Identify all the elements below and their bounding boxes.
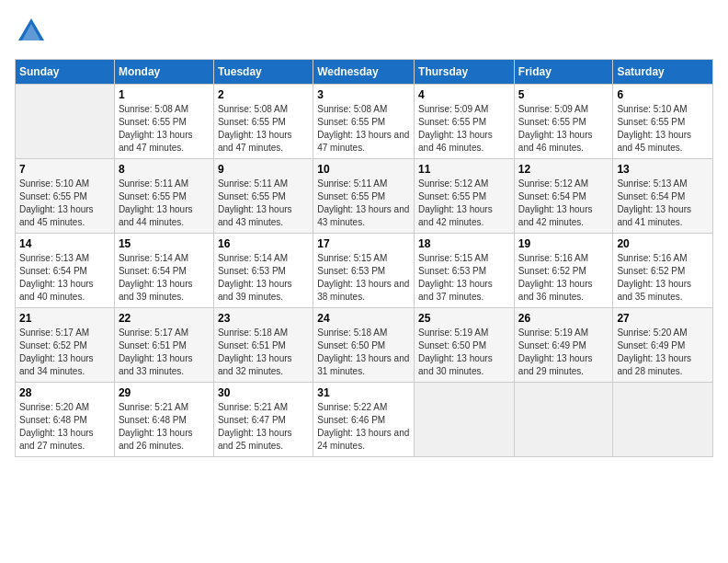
calendar-week-2: 7 Sunrise: 5:10 AMSunset: 6:55 PMDayligh…	[16, 159, 713, 234]
day-info: Sunrise: 5:10 AMSunset: 6:55 PMDaylight:…	[617, 104, 691, 153]
day-info: Sunrise: 5:08 AMSunset: 6:55 PMDaylight:…	[317, 104, 409, 153]
day-info: Sunrise: 5:18 AMSunset: 6:50 PMDaylight:…	[317, 327, 409, 376]
day-number: 25	[418, 312, 510, 325]
day-number: 8	[119, 163, 210, 176]
calendar-cell: 4 Sunrise: 5:09 AMSunset: 6:55 PMDayligh…	[415, 85, 515, 159]
calendar-cell: 19 Sunrise: 5:16 AMSunset: 6:52 PMDaylig…	[514, 234, 613, 308]
weekday-header-tuesday: Tuesday	[213, 60, 313, 85]
calendar-table: SundayMondayTuesdayWednesdayThursdayFrid…	[15, 59, 713, 457]
day-number: 26	[518, 312, 609, 325]
day-info: Sunrise: 5:17 AMSunset: 6:51 PMDaylight:…	[119, 327, 193, 376]
calendar-cell: 13 Sunrise: 5:13 AMSunset: 6:54 PMDaylig…	[613, 159, 713, 234]
page-header	[15, 15, 713, 52]
day-info: Sunrise: 5:12 AMSunset: 6:54 PMDaylight:…	[518, 178, 593, 227]
calendar-cell: 26 Sunrise: 5:19 AMSunset: 6:49 PMDaylig…	[514, 308, 613, 383]
calendar-cell	[415, 383, 515, 457]
calendar-cell: 1 Sunrise: 5:08 AMSunset: 6:55 PMDayligh…	[114, 85, 213, 159]
weekday-header-thursday: Thursday	[415, 60, 515, 85]
logo-icon	[15, 15, 48, 52]
day-number: 16	[218, 237, 309, 250]
calendar-cell: 9 Sunrise: 5:11 AMSunset: 6:55 PMDayligh…	[213, 159, 313, 234]
calendar-cell: 22 Sunrise: 5:17 AMSunset: 6:51 PMDaylig…	[114, 308, 213, 383]
day-number: 7	[19, 163, 110, 176]
day-info: Sunrise: 5:15 AMSunset: 6:53 PMDaylight:…	[317, 253, 409, 302]
calendar-cell: 17 Sunrise: 5:15 AMSunset: 6:53 PMDaylig…	[313, 234, 415, 308]
calendar-cell: 7 Sunrise: 5:10 AMSunset: 6:55 PMDayligh…	[16, 159, 115, 234]
weekday-header-saturday: Saturday	[613, 60, 713, 85]
day-number: 19	[518, 237, 609, 250]
day-info: Sunrise: 5:15 AMSunset: 6:53 PMDaylight:…	[418, 253, 493, 302]
day-number: 15	[119, 237, 210, 250]
day-info: Sunrise: 5:08 AMSunset: 6:55 PMDaylight:…	[119, 104, 193, 153]
day-info: Sunrise: 5:11 AMSunset: 6:55 PMDaylight:…	[317, 178, 409, 227]
calendar-week-5: 28 Sunrise: 5:20 AMSunset: 6:48 PMDaylig…	[16, 383, 713, 457]
calendar-cell: 6 Sunrise: 5:10 AMSunset: 6:55 PMDayligh…	[613, 85, 713, 159]
day-number: 27	[617, 312, 709, 325]
day-number: 5	[518, 88, 609, 101]
day-info: Sunrise: 5:08 AMSunset: 6:55 PMDaylight:…	[218, 104, 292, 153]
day-number: 22	[119, 312, 210, 325]
day-info: Sunrise: 5:14 AMSunset: 6:54 PMDaylight:…	[119, 253, 193, 302]
day-number: 17	[317, 237, 410, 250]
day-number: 31	[317, 386, 410, 399]
day-number: 3	[317, 88, 410, 101]
calendar-cell: 8 Sunrise: 5:11 AMSunset: 6:55 PMDayligh…	[114, 159, 213, 234]
day-info: Sunrise: 5:20 AMSunset: 6:49 PMDaylight:…	[617, 327, 691, 376]
day-number: 13	[617, 163, 709, 176]
day-number: 6	[617, 88, 709, 101]
calendar-cell: 20 Sunrise: 5:16 AMSunset: 6:52 PMDaylig…	[613, 234, 713, 308]
day-info: Sunrise: 5:18 AMSunset: 6:51 PMDaylight:…	[218, 327, 292, 376]
calendar-cell: 11 Sunrise: 5:12 AMSunset: 6:55 PMDaylig…	[415, 159, 515, 234]
weekday-header-friday: Friday	[514, 60, 613, 85]
weekday-header-sunday: Sunday	[16, 60, 115, 85]
day-info: Sunrise: 5:17 AMSunset: 6:52 PMDaylight:…	[19, 327, 94, 376]
calendar-cell: 24 Sunrise: 5:18 AMSunset: 6:50 PMDaylig…	[313, 308, 415, 383]
day-info: Sunrise: 5:13 AMSunset: 6:54 PMDaylight:…	[617, 178, 691, 227]
calendar-cell: 25 Sunrise: 5:19 AMSunset: 6:50 PMDaylig…	[415, 308, 515, 383]
calendar-cell	[16, 85, 115, 159]
calendar-cell: 21 Sunrise: 5:17 AMSunset: 6:52 PMDaylig…	[16, 308, 115, 383]
calendar-week-4: 21 Sunrise: 5:17 AMSunset: 6:52 PMDaylig…	[16, 308, 713, 383]
weekday-header-wednesday: Wednesday	[313, 60, 415, 85]
day-number: 21	[19, 312, 110, 325]
day-number: 10	[317, 163, 410, 176]
calendar-cell: 23 Sunrise: 5:18 AMSunset: 6:51 PMDaylig…	[213, 308, 313, 383]
calendar-cell: 28 Sunrise: 5:20 AMSunset: 6:48 PMDaylig…	[16, 383, 115, 457]
calendar-cell: 2 Sunrise: 5:08 AMSunset: 6:55 PMDayligh…	[213, 85, 313, 159]
day-number: 30	[218, 386, 309, 399]
day-info: Sunrise: 5:09 AMSunset: 6:55 PMDaylight:…	[418, 104, 493, 153]
calendar-cell: 3 Sunrise: 5:08 AMSunset: 6:55 PMDayligh…	[313, 85, 415, 159]
calendar-cell: 27 Sunrise: 5:20 AMSunset: 6:49 PMDaylig…	[613, 308, 713, 383]
day-number: 29	[119, 386, 210, 399]
calendar-week-1: 1 Sunrise: 5:08 AMSunset: 6:55 PMDayligh…	[16, 85, 713, 159]
calendar-cell: 16 Sunrise: 5:14 AMSunset: 6:53 PMDaylig…	[213, 234, 313, 308]
day-info: Sunrise: 5:19 AMSunset: 6:50 PMDaylight:…	[418, 327, 493, 376]
calendar-cell: 29 Sunrise: 5:21 AMSunset: 6:48 PMDaylig…	[114, 383, 213, 457]
day-number: 9	[218, 163, 309, 176]
day-info: Sunrise: 5:20 AMSunset: 6:48 PMDaylight:…	[19, 402, 94, 451]
day-number: 11	[418, 163, 510, 176]
day-info: Sunrise: 5:09 AMSunset: 6:55 PMDaylight:…	[518, 104, 593, 153]
day-number: 2	[218, 88, 309, 101]
day-info: Sunrise: 5:12 AMSunset: 6:55 PMDaylight:…	[418, 178, 493, 227]
day-info: Sunrise: 5:19 AMSunset: 6:49 PMDaylight:…	[518, 327, 593, 376]
day-number: 18	[418, 237, 510, 250]
day-info: Sunrise: 5:11 AMSunset: 6:55 PMDaylight:…	[218, 178, 292, 227]
calendar-week-3: 14 Sunrise: 5:13 AMSunset: 6:54 PMDaylig…	[16, 234, 713, 308]
day-number: 23	[218, 312, 309, 325]
calendar-cell: 5 Sunrise: 5:09 AMSunset: 6:55 PMDayligh…	[514, 85, 613, 159]
calendar-cell: 10 Sunrise: 5:11 AMSunset: 6:55 PMDaylig…	[313, 159, 415, 234]
calendar-cell: 14 Sunrise: 5:13 AMSunset: 6:54 PMDaylig…	[16, 234, 115, 308]
day-number: 1	[119, 88, 210, 101]
calendar-cell: 30 Sunrise: 5:21 AMSunset: 6:47 PMDaylig…	[213, 383, 313, 457]
day-info: Sunrise: 5:21 AMSunset: 6:48 PMDaylight:…	[119, 402, 193, 451]
calendar-cell: 12 Sunrise: 5:12 AMSunset: 6:54 PMDaylig…	[514, 159, 613, 234]
day-number: 28	[19, 386, 110, 399]
calendar-cell	[613, 383, 713, 457]
day-number: 20	[617, 237, 709, 250]
day-info: Sunrise: 5:13 AMSunset: 6:54 PMDaylight:…	[19, 253, 94, 302]
day-number: 14	[19, 237, 110, 250]
day-info: Sunrise: 5:21 AMSunset: 6:47 PMDaylight:…	[218, 402, 292, 451]
calendar-cell: 18 Sunrise: 5:15 AMSunset: 6:53 PMDaylig…	[415, 234, 515, 308]
calendar-cell: 15 Sunrise: 5:14 AMSunset: 6:54 PMDaylig…	[114, 234, 213, 308]
